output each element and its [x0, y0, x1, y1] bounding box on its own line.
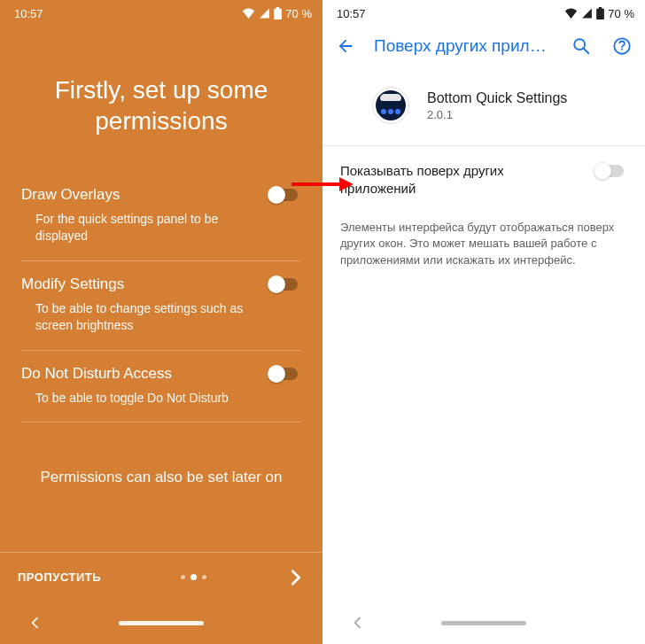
- battery-icon: [596, 7, 604, 19]
- app-info-section: Bottom Quick Settings 2.0.1: [322, 69, 645, 145]
- battery-label: 70 %: [285, 7, 312, 20]
- status-right: 70 %: [242, 7, 312, 20]
- back-button[interactable]: [333, 34, 358, 58]
- overlay-toggle-desc: Элементы интерфейса будут отображаться п…: [322, 202, 645, 270]
- app-name: Bottom Quick Settings: [427, 90, 567, 106]
- onboarding-screen: 10:57 70 % Firstly, set up some permissi…: [0, 0, 322, 644]
- appbar-title: Поверх других прило…: [374, 36, 553, 56]
- search-button[interactable]: [569, 34, 594, 58]
- nav-back-icon[interactable]: [349, 614, 367, 632]
- battery-label: 70 %: [608, 7, 634, 20]
- permission-label: Do Not Disturb Access: [21, 365, 259, 383]
- nav-home-pill[interactable]: [119, 621, 204, 625]
- page-indicator: [181, 574, 206, 580]
- later-note: Permissions can also be set later on: [21, 469, 301, 486]
- permission-label: Modify Settings: [21, 275, 259, 293]
- permission-row-dnd-access: Do Not Disturb Access To be able to togg…: [21, 351, 301, 423]
- svg-line-1: [584, 49, 589, 54]
- app-version: 2.0.1: [427, 108, 567, 121]
- app-icon: [372, 87, 409, 124]
- wifi-icon: [242, 8, 255, 19]
- page-dot-active: [190, 574, 197, 580]
- toggle-display-over-apps[interactable]: [594, 162, 627, 180]
- nav-bar: [322, 601, 645, 644]
- permission-desc: For the quick settings panel to be displ…: [21, 211, 259, 244]
- permission-desc: To be able to toggle Do Not Disturb: [21, 390, 259, 407]
- skip-button[interactable]: ПРОПУСТИТЬ: [18, 570, 101, 584]
- overlay-permission-row: Показывать поверх других приложений: [322, 146, 645, 202]
- next-button[interactable]: [285, 568, 305, 587]
- wifi-icon: [564, 8, 578, 19]
- nav-back-icon[interactable]: [27, 614, 44, 632]
- status-bar: 10:57 70 %: [322, 0, 645, 23]
- status-bar: 10:57 70 %: [0, 0, 322, 23]
- help-button[interactable]: [610, 34, 634, 58]
- status-time: 10:57: [337, 7, 366, 20]
- signal-icon: [581, 8, 593, 19]
- battery-icon: [274, 7, 282, 19]
- toggle-draw-overlays[interactable]: [268, 186, 301, 204]
- page-title: Firstly, set up some permissions: [30, 74, 292, 136]
- page-dot: [181, 575, 185, 579]
- page-dot: [202, 575, 206, 579]
- permission-row-modify-settings: Modify Settings To be able to change set…: [21, 261, 301, 351]
- nav-bar: [0, 601, 322, 644]
- status-right: 70 %: [564, 7, 634, 20]
- permissions-main: Firstly, set up some permissions Draw Ov…: [0, 74, 322, 486]
- status-time: 10:57: [14, 7, 43, 20]
- permission-row-draw-overlays: Draw Overlays For the quick settings pan…: [21, 172, 301, 261]
- permission-label: Draw Overlays: [21, 186, 259, 204]
- overlay-toggle-label: Показывать поверх других приложений: [340, 162, 594, 198]
- app-bar: Поверх других прило…: [322, 23, 645, 69]
- signal-icon: [259, 8, 270, 19]
- toggle-modify-settings[interactable]: [268, 275, 301, 293]
- permission-desc: To be able to change settings such as sc…: [21, 300, 259, 334]
- onboarding-footer: ПРОПУСТИТЬ: [0, 552, 322, 601]
- nav-home-pill[interactable]: [441, 621, 526, 625]
- settings-screen: 10:57 70 % Поверх других прило…: [322, 0, 645, 644]
- toggle-dnd-access[interactable]: [268, 365, 301, 383]
